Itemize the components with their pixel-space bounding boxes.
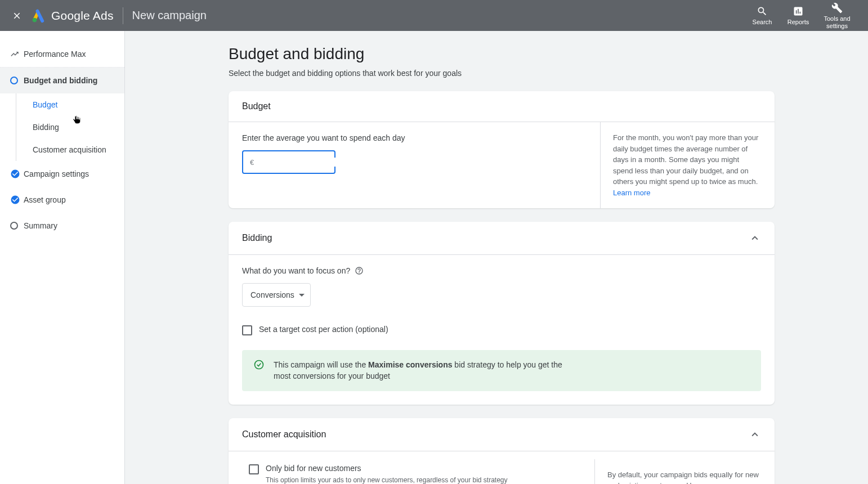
google-ads-logo-icon [32, 8, 46, 23]
bidding-card: Bidding What do you want to focus on? Co… [229, 222, 775, 405]
brand-name: Google Ads [51, 9, 114, 23]
search-icon [757, 5, 768, 17]
step-complete-icon [10, 195, 24, 205]
focus-select[interactable]: Conversions [242, 283, 311, 307]
sidebar-label: Campaign settings [24, 169, 89, 178]
daily-budget-field[interactable] [255, 158, 354, 167]
chevron-up-icon[interactable] [749, 232, 761, 244]
budget-help-text: For the month, you won't pay more than y… [613, 132, 761, 198]
page-title: Budget and bidding [229, 45, 775, 63]
budget-card: Budget Enter the average you want to spe… [229, 91, 775, 208]
reports-button[interactable]: Reports [780, 5, 816, 26]
sidebar-item-asset-group[interactable]: Asset group [0, 187, 124, 213]
daily-budget-input[interactable]: € [242, 150, 335, 174]
search-button[interactable]: Search [744, 5, 780, 26]
trending-icon [10, 50, 24, 59]
new-customers-label: Only bid for new customers [266, 464, 508, 473]
sidebar-item-campaign-settings[interactable]: Campaign settings [0, 161, 124, 187]
new-customers-checkbox[interactable] [249, 464, 259, 474]
chevron-up-icon[interactable] [749, 428, 761, 441]
budget-learn-more-link[interactable]: Learn more [613, 189, 650, 197]
close-icon[interactable] [10, 9, 24, 23]
new-customers-desc: This option limits your ads to only new … [266, 476, 508, 484]
budget-field-label: Enter the average you want to spend each… [242, 133, 587, 142]
dropdown-arrow-icon [299, 294, 305, 297]
bidding-card-header[interactable]: Bidding [229, 222, 775, 255]
divider [123, 7, 123, 24]
step-pending-icon [10, 222, 24, 230]
sidebar-label: Asset group [24, 195, 66, 204]
svg-point-0 [33, 17, 37, 22]
sidebar-sub-customer-acquisition[interactable]: Customer acquisition [0, 138, 124, 161]
main-content: Budget and bidding Select the budget and… [125, 31, 868, 484]
page-subtitle: Select the budget and bidding options th… [229, 69, 775, 78]
sidebar-label: Summary [24, 221, 57, 230]
currency-symbol: € [250, 158, 254, 167]
step-complete-icon [10, 169, 24, 179]
header-page-title: New campaign [132, 9, 207, 22]
sidebar-sub-bidding[interactable]: Bidding [0, 116, 124, 138]
sidebar-sub-budget[interactable]: Budget [0, 93, 124, 116]
help-icon[interactable] [355, 266, 364, 275]
focus-label: What do you want to focus on? [242, 266, 761, 275]
sidebar-item-summary[interactable]: Summary [0, 213, 124, 239]
customer-acquisition-card-header[interactable]: Customer acquisition [229, 418, 775, 451]
bar-chart-icon [793, 5, 804, 17]
sidebar-label: Performance Max [24, 50, 86, 59]
bid-strategy-banner: This campaign will use the Maximise conv… [242, 350, 761, 391]
customer-acq-help-text: By default, your campaign bids equally f… [607, 469, 761, 484]
target-cpa-checkbox[interactable] [242, 325, 252, 335]
sidebar-label: Budget and bidding [24, 76, 97, 85]
tools-settings-button[interactable]: Tools and settings [816, 2, 858, 29]
sidebar: Performance Max Budget and bidding Budge… [0, 31, 125, 484]
sidebar-item-performance-max[interactable]: Performance Max [0, 41, 124, 67]
target-cpa-label: Set a target cost per action (optional) [259, 325, 388, 334]
app-header: Google Ads New campaign Search Reports T… [0, 0, 868, 31]
step-current-icon [10, 77, 24, 84]
customer-acquisition-card: Customer acquisition Only bid for new cu… [229, 418, 775, 484]
svg-point-1 [255, 361, 263, 369]
check-circle-icon [253, 359, 265, 370]
wrench-icon [831, 2, 843, 14]
budget-card-header: Budget [229, 91, 775, 122]
sidebar-item-budget-bidding[interactable]: Budget and bidding [0, 68, 124, 93]
